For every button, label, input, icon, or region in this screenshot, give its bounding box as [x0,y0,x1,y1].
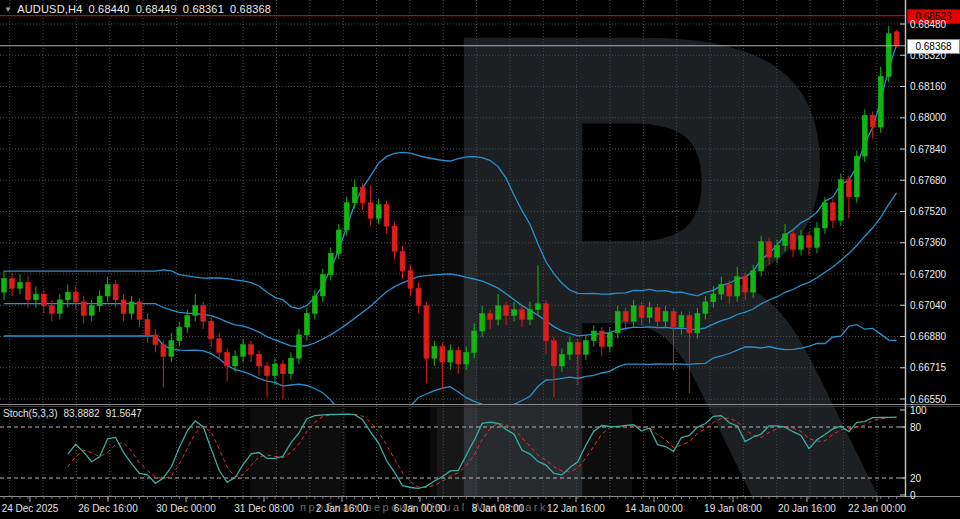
price-axis-label: 0.68000 [910,112,946,123]
time-axis-label: 6 Jan 00:00 [394,503,446,514]
time-axis-label: 24 Dec 2025 [2,503,59,514]
price-axis-label: 0.67040 [910,300,946,311]
indicator-main-value: 83.8882 [63,408,99,419]
price-axis-label: 0.66880 [910,331,946,342]
indicator-signal-value: 91.5647 [106,408,142,419]
price-axis-label: 0.67680 [910,175,946,186]
indicator-label: Stoch(5,3,3)83.888291.5647 [3,408,148,419]
ohlc-low: 0.68361 [183,3,224,15]
candlestick-chart[interactable]: R [0,0,960,519]
stoch-scale-label: 100 [910,405,927,416]
price-axis-label: 0.68320 [910,50,946,61]
chart-dropdown-icon[interactable]: ▼ [4,5,12,14]
price-axis-label: 0.67840 [910,144,946,155]
stoch-scale-label: 80 [910,422,921,433]
time-axis-label: 26 Dec 16:00 [78,503,138,514]
ohlc-high: 0.68449 [136,3,177,15]
time-axis-label: 30 Dec 00:00 [156,503,216,514]
time-axis-label: 14 Jan 00:00 [625,503,683,514]
price-axis-label: 0.67520 [910,206,946,217]
time-axis-label: 19 Jan 08:00 [704,503,762,514]
price-axis-label: 0.66550 [910,394,946,405]
price-axis-label: 0.68160 [910,81,946,92]
price-axis-label: 0.68480 [910,19,946,30]
symbol-timeframe: AUDUSD,H4 [17,3,82,15]
chart-header: ▼AUDUSD,H40.684400.684490.683610.68368 [4,3,271,15]
watermark-artifact [250,408,346,496]
time-axis-label: 31 Dec 08:00 [234,503,294,514]
stoch-scale-label: 0 [910,490,916,501]
time-axis-label: 20 Jan 16:00 [778,503,836,514]
ohlc-close: 0.68368 [230,3,271,15]
time-axis-label: 12 Jan 16:00 [547,503,605,514]
time-axis-label: 2 Jan 16:00 [316,503,368,514]
mt-chart-window: R ▼AUDUSD,H40.684400.684490.683610.68368… [0,0,960,519]
price-axis-label: 0.66715 [910,362,946,373]
price-axis-label: 0.67200 [910,269,946,280]
time-axis-label: 22 Jan 00:00 [848,503,906,514]
ohlc-open: 0.68440 [89,3,130,15]
price-axis-label: 0.67360 [910,237,946,248]
time-axis-label: 8 Jan 08:00 [472,503,524,514]
watermark-artifact [437,408,632,496]
indicator-name: Stoch(5,3,3) [3,408,57,419]
stoch-scale-label: 20 [910,473,921,484]
